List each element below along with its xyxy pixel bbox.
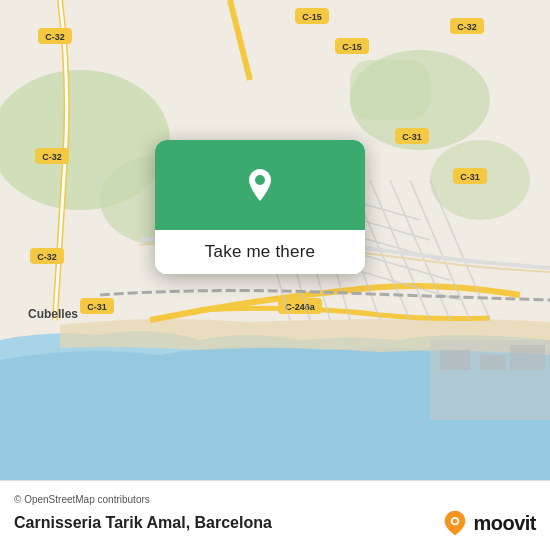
take-me-there-button[interactable]: Take me there: [155, 230, 365, 274]
svg-text:C-31: C-31: [87, 302, 107, 312]
svg-text:C-15: C-15: [302, 12, 322, 22]
svg-rect-45: [480, 355, 505, 370]
svg-text:C-32: C-32: [37, 252, 57, 262]
map-attribution: © OpenStreetMap contributors: [14, 494, 536, 505]
card-header: [155, 140, 365, 230]
svg-rect-46: [510, 345, 545, 370]
svg-text:C-246a: C-246a: [285, 302, 316, 312]
location-pin-icon: [238, 163, 282, 207]
moovit-logo: moovit: [441, 509, 536, 537]
svg-text:C-32: C-32: [457, 22, 477, 32]
svg-rect-44: [440, 350, 470, 370]
place-name-label: Carnisseria Tarik Amal, Barcelona: [14, 514, 272, 532]
svg-text:Cubelles: Cubelles: [28, 307, 78, 321]
svg-rect-5: [350, 60, 430, 120]
navigation-card: Take me there: [155, 140, 365, 274]
svg-text:C-31: C-31: [460, 172, 480, 182]
moovit-brand-text: moovit: [473, 512, 536, 535]
svg-point-50: [453, 519, 458, 524]
svg-text:C-15: C-15: [342, 42, 362, 52]
bottom-info-bar: © OpenStreetMap contributors Carnisseria…: [0, 480, 550, 550]
svg-text:C-32: C-32: [45, 32, 65, 42]
svg-point-48: [255, 175, 265, 185]
map-view: C-32 C-32 C-32 C-15 C-15 C-32 C-31 C-31 …: [0, 0, 550, 480]
moovit-pin-icon: [441, 509, 469, 537]
svg-text:C-31: C-31: [402, 132, 422, 142]
svg-text:C-32: C-32: [42, 152, 62, 162]
